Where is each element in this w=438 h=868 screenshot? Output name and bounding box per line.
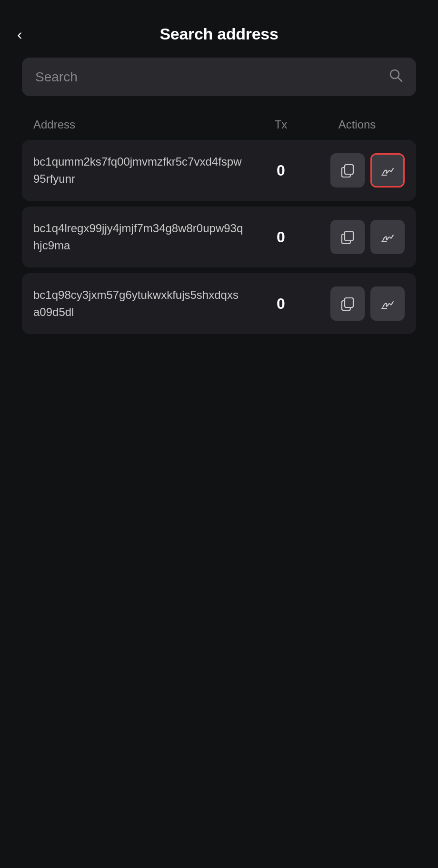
svg-rect-6 <box>345 231 353 241</box>
action-buttons <box>309 286 405 321</box>
back-button[interactable]: ‹ <box>17 27 22 42</box>
copy-icon <box>340 296 355 311</box>
tx-count: 0 <box>252 228 309 246</box>
svg-rect-9 <box>345 298 353 307</box>
copy-button[interactable] <box>330 153 365 187</box>
col-header-actions: Actions <box>309 118 405 131</box>
search-icon <box>388 68 403 86</box>
tx-count: 0 <box>252 162 309 179</box>
search-container <box>0 58 438 96</box>
sign-icon <box>380 163 395 178</box>
page-title: Search address <box>159 25 278 43</box>
table-container: Address Tx Actions bc1qumm2ks7fq00jmvmzf… <box>0 113 438 334</box>
search-box <box>22 58 416 96</box>
address-text: bc1q4lregx99jjy4jmjf7m34g8w8r0upw93qhjc9… <box>33 220 252 254</box>
svg-rect-3 <box>345 165 353 174</box>
address-text: bc1q98cy3jxm57g6ytukwxkfujs5shxdqxsa09d5… <box>33 286 252 321</box>
sign-icon <box>380 296 395 311</box>
col-header-tx: Tx <box>252 118 309 131</box>
sign-icon <box>380 229 395 245</box>
table-row: bc1qumm2ks7fq00jmvmzfkr5c7vxd4fspw95rfyu… <box>22 140 416 201</box>
col-header-address: Address <box>33 118 252 131</box>
search-input[interactable] <box>35 69 388 85</box>
copy-button[interactable] <box>330 286 365 321</box>
copy-icon <box>340 229 355 245</box>
action-buttons <box>309 153 405 187</box>
svg-line-1 <box>398 78 402 81</box>
table-row: bc1q4lregx99jjy4jmjf7m34g8w8r0upw93qhjc9… <box>22 207 416 267</box>
sign-button[interactable] <box>370 286 405 321</box>
back-icon: ‹ <box>17 26 22 43</box>
app-container: ‹ Search address Address Tx Actions bc1q… <box>0 0 438 334</box>
tx-count: 0 <box>252 295 309 313</box>
copy-button[interactable] <box>330 220 365 254</box>
copy-icon <box>340 163 355 178</box>
sign-button[interactable] <box>370 153 405 187</box>
table-header: Address Tx Actions <box>22 113 416 140</box>
address-text: bc1qumm2ks7fq00jmvmzfkr5c7vxd4fspw95rfyu… <box>33 153 252 187</box>
sign-button[interactable] <box>370 220 405 254</box>
table-row: bc1q98cy3jxm57g6ytukwxkfujs5shxdqxsa09d5… <box>22 273 416 334</box>
header: ‹ Search address <box>0 0 438 58</box>
action-buttons <box>309 220 405 254</box>
